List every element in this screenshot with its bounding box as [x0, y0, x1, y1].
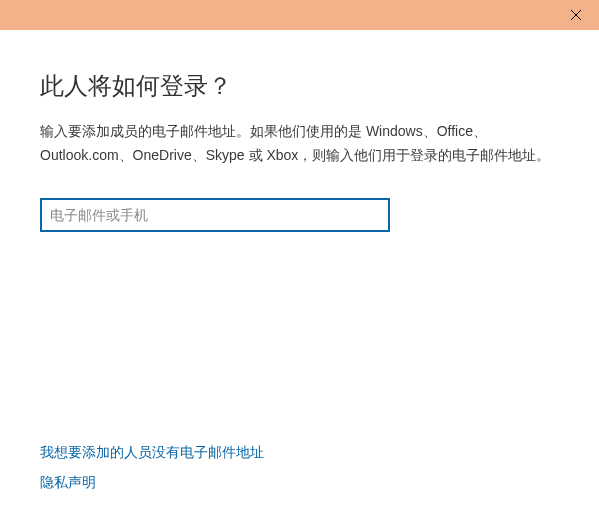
bottom-links: 我想要添加的人员没有电子邮件地址 隐私声明 — [40, 444, 264, 492]
close-button[interactable] — [553, 0, 599, 30]
content-area: 此人将如何登录？ 输入要添加成员的电子邮件地址。如果他们使用的是 Windows… — [0, 30, 599, 514]
page-title: 此人将如何登录？ — [40, 70, 559, 102]
email-or-phone-input[interactable] — [40, 198, 390, 232]
close-icon — [571, 6, 581, 24]
description-text: 输入要添加成员的电子邮件地址。如果他们使用的是 Windows、Office、O… — [40, 120, 559, 168]
titlebar — [0, 0, 599, 30]
privacy-link[interactable]: 隐私声明 — [40, 474, 264, 492]
no-email-link[interactable]: 我想要添加的人员没有电子邮件地址 — [40, 444, 264, 462]
